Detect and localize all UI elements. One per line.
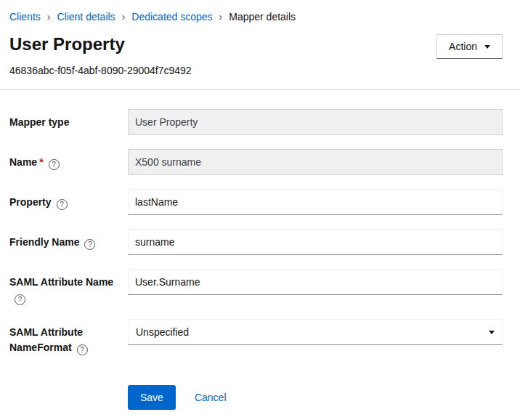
mapper-type-label: Mapper type: [9, 109, 128, 130]
save-button[interactable]: Save: [128, 385, 176, 410]
friendly-name-input[interactable]: [128, 229, 503, 255]
breadcrumb-divider-icon: ›: [47, 12, 51, 22]
friendly-name-control: [128, 229, 503, 255]
page-title: User Property: [9, 34, 125, 55]
mapper-type-control: [128, 109, 503, 135]
mapper-details-form: Mapper type Name*? Property? Friendly Na…: [0, 90, 520, 410]
breadcrumb-link-client-details[interactable]: Client details: [57, 11, 115, 23]
saml-attribute-name-label-text: SAML Attribute Name: [9, 276, 113, 288]
property-label-text: Property: [9, 196, 52, 208]
property-input[interactable]: [128, 189, 503, 215]
mapper-type-label-text: Mapper type: [9, 116, 69, 128]
form-row-saml-attribute-nameformat: SAML Attribute NameFormat? Unspecified: [9, 319, 503, 355]
breadcrumb-divider-icon: ›: [122, 12, 126, 22]
form-row-saml-attribute-name: SAML Attribute Name?: [9, 269, 503, 305]
page-header: User Property Action: [0, 27, 520, 59]
mapper-type-input: [128, 109, 503, 135]
friendly-name-label-text: Friendly Name: [9, 236, 79, 248]
form-row-friendly-name: Friendly Name?: [9, 229, 503, 255]
breadcrumb-link-dedicated-scopes[interactable]: Dedicated scopes: [131, 11, 212, 23]
action-dropdown-button[interactable]: Action: [436, 34, 503, 59]
form-row-property: Property?: [9, 189, 503, 215]
saml-attribute-name-help-icon[interactable]: ?: [15, 294, 25, 305]
breadcrumb-link-clients[interactable]: Clients: [9, 11, 41, 23]
breadcrumb: Clients › Client details › Dedicated sco…: [0, 0, 520, 27]
mapper-id-subtitle: 46836abc-f05f-4abf-8090-29004f7c9492: [0, 59, 520, 89]
caret-down-icon: [489, 331, 495, 334]
property-help-icon[interactable]: ?: [57, 199, 68, 210]
saml-attribute-nameformat-help-icon[interactable]: ?: [77, 344, 88, 355]
form-row-name: Name*?: [9, 149, 503, 175]
saml-attribute-name-label: SAML Attribute Name?: [9, 269, 128, 305]
friendly-name-help-icon[interactable]: ?: [84, 239, 95, 250]
saml-attribute-nameformat-select[interactable]: Unspecified: [128, 319, 503, 345]
name-input: [128, 149, 503, 175]
action-dropdown-label: Action: [449, 41, 477, 52]
saml-attribute-nameformat-selected-value: Unspecified: [136, 326, 189, 338]
friendly-name-label: Friendly Name?: [9, 229, 128, 250]
saml-attribute-name-input[interactable]: [128, 269, 503, 295]
saml-attribute-nameformat-control: Unspecified: [128, 319, 503, 345]
caret-down-icon: [484, 45, 490, 49]
required-indicator: *: [39, 156, 43, 168]
saml-attribute-nameformat-label-text: SAML Attribute NameFormat: [9, 326, 83, 353]
breadcrumb-divider-icon: ›: [219, 12, 223, 22]
form-row-mapper-type: Mapper type: [9, 109, 503, 135]
form-actions: Save Cancel: [128, 369, 503, 410]
name-label-text: Name: [9, 156, 37, 168]
name-label: Name*?: [9, 149, 128, 170]
saml-attribute-nameformat-label: SAML Attribute NameFormat?: [9, 319, 128, 355]
breadcrumb-current-mapper-details: Mapper details: [229, 11, 296, 23]
property-control: [128, 189, 503, 215]
name-help-icon[interactable]: ?: [49, 159, 60, 170]
cancel-button[interactable]: Cancel: [195, 392, 227, 403]
property-label: Property?: [9, 189, 128, 210]
saml-attribute-name-control: [128, 269, 503, 295]
name-control: [128, 149, 503, 175]
